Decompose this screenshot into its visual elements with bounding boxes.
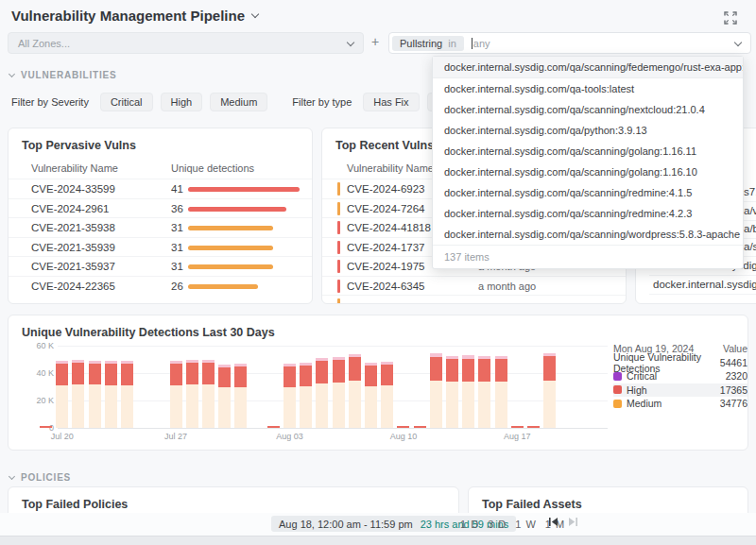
zone-select[interactable]: All Zones... — [8, 32, 364, 54]
section-policies[interactable]: POLICIES — [9, 472, 71, 483]
dropdown-item[interactable]: docker.internal.sysdig.com/qa/scanning/w… — [433, 224, 743, 245]
dropdown-item[interactable]: docker.internal.sysdig.com/qa/scanning/g… — [433, 141, 743, 162]
title-chevron-down-icon[interactable] — [251, 10, 259, 18]
dropdown-item[interactable]: docker.internal.sysdig.com/qa/scanning/f… — [433, 57, 743, 78]
bar-high-segment — [333, 360, 345, 383]
section-vulnerabilities[interactable]: VULNERABILITIES — [9, 70, 116, 80]
dropdown-items-count: 137 items — [433, 245, 743, 268]
dropdown-item[interactable]: docker.internal.sysdig.com/qa/python:3.9… — [433, 120, 743, 141]
legend-value: 2320 — [726, 370, 747, 382]
add-filter-button[interactable]: + — [371, 35, 379, 48]
bar-medium-segment — [202, 384, 215, 428]
legend-swatch-icon — [613, 400, 622, 408]
bar-high-segment — [446, 359, 458, 382]
dropdown-item[interactable]: docker.internal.sysdig.com/qa/scanning/n… — [433, 99, 743, 120]
table-row[interactable]: CVE-2021-3593731 — [9, 256, 312, 276]
zone-select-placeholder: All Zones... — [18, 38, 70, 49]
pullstring-search-input[interactable]: any — [472, 38, 490, 49]
stacked-bar — [218, 365, 231, 428]
legend-label: Critical — [613, 370, 657, 382]
bar-high-segment — [72, 363, 84, 384]
table-row[interactable]: CVE-2024-2236526 — [9, 276, 312, 296]
pullstring-fragment: a/so — [744, 241, 756, 252]
expand-fullscreen-icon[interactable] — [724, 11, 737, 28]
pullstring-key: Pullstring — [400, 38, 442, 49]
stacked-bar — [202, 360, 215, 428]
legend-row: Unique Vulnerability Detections54461 — [613, 356, 747, 370]
pullstring-fragment: a/bi — [744, 223, 756, 234]
stacked-bar — [430, 353, 442, 428]
pullstring-chevron-icon[interactable] — [734, 38, 742, 45]
time-navigation-bar: Aug 18, 12:00 am - 11:59 pm 23 hrs and 5… — [0, 513, 756, 536]
severity-strip — [337, 182, 340, 196]
filter-by-type-label: Filter by type — [292, 96, 352, 108]
legend-label: Medium — [613, 398, 662, 409]
chip-severity-medium[interactable]: Medium — [210, 93, 267, 111]
dropdown-item[interactable]: docker.internal.sysdig.com/qa/scanning/g… — [433, 162, 743, 182]
stacked-bar — [284, 364, 296, 428]
stacked-bar — [511, 426, 524, 428]
dropdown-item[interactable]: docker.internal.sysdig.com/qa-tools:late… — [433, 78, 743, 99]
unique-detections-count: 36 — [171, 203, 183, 214]
bar-medium-segment — [218, 387, 231, 428]
legend-value: 17365 — [720, 384, 747, 396]
table-row[interactable]: CVE-2021-3593931 — [9, 237, 312, 257]
legend-row: High17365 — [613, 383, 747, 398]
time-preset-1w[interactable]: 1 W — [515, 519, 537, 530]
section-vulnerabilities-label: VULNERABILITIES — [21, 70, 116, 80]
stacked-bar — [40, 426, 52, 428]
table-row[interactable]: CVE-2024-6345a month ago — [322, 276, 626, 296]
dropdown-item[interactable]: docker.internal.sysdig.com/qa/scanning/r… — [433, 203, 743, 224]
table-row[interactable]: CVE-2024-296136 — [9, 198, 312, 218]
time-skip-controls — [548, 517, 578, 527]
stacked-bar — [462, 355, 474, 428]
pullstring-filter-tag[interactable]: Pullstring in — [392, 36, 464, 51]
card-detections-chart: Unique Vulnerability Detections Last 30 … — [8, 315, 748, 451]
bar-medium-segment — [365, 386, 377, 428]
pullstring-filter-combo[interactable]: Pullstring in any — [388, 32, 751, 54]
chip-severity-critical[interactable]: Critical — [100, 93, 153, 111]
filter-by-severity-label: Filter by Severity — [11, 96, 89, 108]
vulnerability-name: CVE-2024-7264 — [347, 203, 424, 214]
bar-medium-segment — [89, 384, 101, 428]
col-vulnerability-name: Vulnerability Name — [347, 162, 434, 174]
bar-medium-segment — [170, 385, 182, 428]
bar-medium-segment — [72, 384, 84, 428]
detections-bar — [188, 207, 286, 212]
bar-high-segment — [121, 364, 133, 385]
detections-bar — [188, 187, 300, 192]
vulnerability-name: CVE-2024-1737 — [347, 242, 424, 253]
table-row[interactable]: CVE-2021-3593831 — [9, 217, 312, 237]
table-row[interactable] — [322, 295, 626, 304]
bar-medium-segment — [105, 385, 117, 428]
time-preset-3d[interactable]: 3 D — [488, 519, 507, 530]
table-row[interactable]: docker.internal.sysdig.com/qa/so — [649, 276, 756, 295]
legend-value: 54461 — [720, 357, 747, 368]
dropdown-item[interactable]: docker.internal.sysdig.com/qa/scanning/r… — [433, 182, 743, 203]
vulnerability-name: CVE-2024-1975 — [347, 261, 424, 272]
stacked-bar — [234, 364, 247, 428]
bar-high-segment — [56, 364, 68, 385]
bar-medium-segment — [333, 383, 345, 428]
time-range-label: Aug 18, 12:00 am - 11:59 pm — [279, 519, 413, 530]
page-title-row: Vulnerability Management Pipeline — [11, 8, 258, 24]
stacked-bar — [170, 361, 182, 428]
legend-value: 34776 — [720, 398, 747, 409]
card-title: Top Failed Assets — [482, 498, 582, 511]
chip-type-has-fix[interactable]: Has Fix — [363, 93, 419, 111]
detected-when: a month ago — [478, 281, 536, 292]
pullstring-fragment: s7.9 — [744, 186, 756, 197]
skip-back-icon[interactable] — [548, 517, 558, 527]
card-top-pervasive-vulns: Top Pervasive Vulns Vulnerability Name U… — [8, 128, 313, 304]
card-title: Top Pervasive Vulns — [22, 139, 136, 152]
bar-high-segment — [284, 366, 296, 387]
chip-severity-high[interactable]: High — [161, 93, 203, 111]
bar-medium-segment — [381, 385, 393, 428]
bar-sliver — [414, 426, 426, 428]
severity-strip — [337, 298, 340, 304]
bar-sliver — [397, 426, 409, 428]
table-row[interactable]: CVE-2024-3359941 — [9, 179, 312, 198]
stacked-bar — [56, 361, 68, 428]
time-preset-1d[interactable]: 1 D — [460, 519, 479, 530]
stacked-bar — [478, 356, 490, 428]
